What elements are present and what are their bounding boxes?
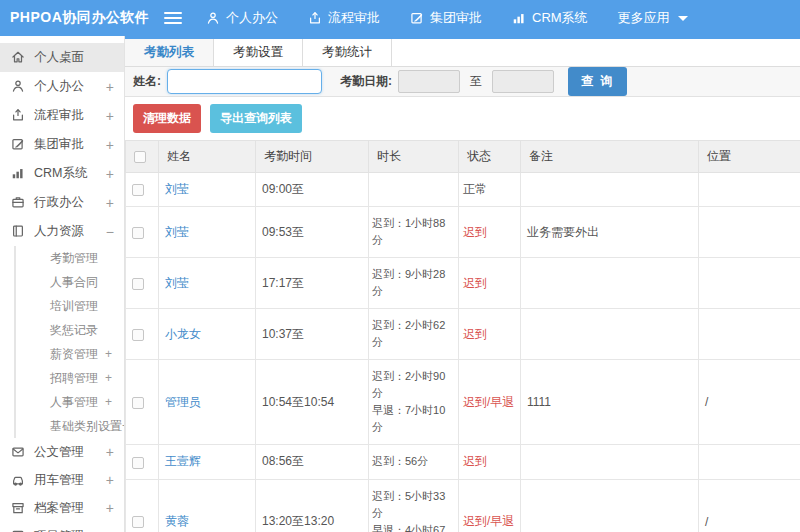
sidebar-subitem-personnel-contract[interactable]: 人事合同 — [14, 270, 124, 294]
topbar-nav: 个人办公流程审批集团审批CRM系统更多应用 — [206, 9, 718, 27]
hamburger-menu-icon[interactable] — [164, 9, 182, 27]
name-cell: 小龙女 — [159, 309, 256, 360]
sidebar-item-crm-system[interactable]: CRM系统+ — [0, 159, 124, 188]
tab-bar: 考勤列表考勤设置考勤统计 — [125, 36, 800, 67]
duration-line: 迟到：9小时28分 — [372, 266, 455, 300]
sidebar-subitem-attendance-management[interactable]: 考勤管理 — [14, 246, 124, 270]
sidebar-item-personal-office[interactable]: 个人办公+ — [0, 72, 124, 101]
employee-name-link[interactable]: 刘莹 — [165, 276, 189, 290]
nav-item-label: 个人办公 — [226, 9, 278, 27]
nav-item-personal-office[interactable]: 个人办公 — [206, 9, 278, 27]
row-checkbox[interactable] — [132, 397, 144, 409]
column-header: 考勤时间 — [256, 141, 369, 173]
sidebar-item-label: 项目管理 — [34, 528, 106, 532]
row-checkbox[interactable] — [132, 457, 144, 469]
tab-attendance-settings[interactable]: 考勤设置 — [214, 39, 303, 66]
nav-item-crm-system[interactable]: CRM系统 — [512, 9, 588, 27]
duration-cell: 迟到：5小时33分早退：4小时67分 — [369, 479, 459, 532]
column-header: 状态 — [459, 141, 521, 173]
expand-plus-icon: + — [106, 137, 114, 153]
caret-down-icon — [678, 16, 688, 21]
status-cell: 迟到 — [459, 445, 521, 479]
sidebar-item-workflow-approval[interactable]: 流程审批+ — [0, 101, 124, 130]
time-cell: 09:00至 — [256, 173, 369, 207]
attendance-table: 姓名考勤时间时长状态备注位置 刘莹09:00至正常刘莹09:53至迟到：1小时8… — [125, 140, 800, 532]
location-cell — [699, 207, 800, 258]
nav-item-group-approval[interactable]: 集团审批 — [410, 9, 482, 27]
sidebar-item-label: CRM系统 — [34, 165, 106, 182]
duration-line: 迟到：5小时33分 — [372, 488, 455, 522]
table-row: 黄蓉13:20至13:20迟到：5小时33分早退：4小时67分迟到/早退/ — [126, 479, 800, 532]
row-checkbox[interactable] — [132, 278, 144, 290]
tab-attendance-statistics[interactable]: 考勤统计 — [303, 39, 392, 66]
sidebar-subitem-label: 招聘管理 — [50, 370, 105, 387]
tab-attendance-list[interactable]: 考勤列表 — [125, 39, 214, 66]
sidebar-item-personal-desktop[interactable]: 个人桌面 — [0, 43, 124, 72]
employee-name-link[interactable]: 王壹辉 — [165, 454, 201, 468]
select-all-header — [126, 141, 159, 173]
employee-name-link[interactable]: 刘莹 — [165, 182, 189, 196]
home-icon — [11, 50, 26, 65]
duration-line: 早退：7小时10分 — [372, 402, 455, 436]
nav-item-more-apps[interactable]: 更多应用 — [618, 9, 688, 27]
row-checkbox[interactable] — [132, 329, 144, 341]
employee-name-link[interactable]: 管理员 — [165, 395, 201, 409]
search-button[interactable]: 查 询 — [568, 67, 627, 96]
chart-icon — [11, 166, 26, 181]
nav-item-label: 集团审批 — [430, 9, 482, 27]
sidebar-item-group-approval[interactable]: 集团审批+ — [0, 130, 124, 159]
status-cell: 迟到 — [459, 258, 521, 309]
name-cell: 刘莹 — [159, 258, 256, 309]
sidebar-item-document-management[interactable]: 公文管理+ — [0, 438, 124, 466]
table-row: 小龙女10:37至迟到：2小时62分迟到 — [126, 309, 800, 360]
employee-name-link[interactable]: 黄蓉 — [165, 514, 189, 528]
folder-icon — [11, 529, 26, 532]
checkbox-cell — [126, 309, 159, 360]
sidebar-item-project-management[interactable]: 项目管理+ — [0, 522, 124, 532]
sidebar-subitem-label: 基础类别设置 — [50, 418, 122, 435]
sidebar-item-admin-office[interactable]: 行政办公+ — [0, 188, 124, 217]
main-content: 考勤列表考勤设置考勤统计 姓名: 考勤日期: 至 查 询 清理数据 导出查询列表… — [125, 36, 800, 532]
date-to-input[interactable] — [492, 70, 554, 93]
date-from-input[interactable] — [398, 70, 460, 93]
column-header: 位置 — [699, 141, 800, 173]
sidebar-item-label: 行政办公 — [34, 194, 106, 211]
clean-data-button[interactable]: 清理数据 — [133, 104, 201, 133]
sidebar-item-label: 人力资源 — [34, 223, 106, 240]
table-row: 刘莹09:53至迟到：1小时88分迟到业务需要外出 — [126, 207, 800, 258]
sidebar-item-human-resources[interactable]: 人力资源− — [0, 217, 124, 246]
remark-cell — [521, 309, 699, 360]
sidebar-subitem-salary-management[interactable]: 薪资管理+ — [14, 342, 124, 366]
sidebar-subitem-personnel-management[interactable]: 人事管理+ — [14, 390, 124, 414]
duration-cell: 迟到：1小时88分 — [369, 207, 459, 258]
export-list-button[interactable]: 导出查询列表 — [210, 104, 302, 133]
action-bar: 清理数据 导出查询列表 — [125, 97, 800, 140]
checkbox-cell — [126, 173, 159, 207]
row-checkbox[interactable] — [132, 227, 144, 239]
remark-cell — [521, 258, 699, 309]
sidebar-subitem-recruitment-management[interactable]: 招聘管理+ — [14, 366, 124, 390]
duration-line: 迟到：2小时62分 — [372, 317, 455, 351]
duration-line: 迟到：1小时88分 — [372, 215, 455, 249]
app-logo: PHPOA协同办公软件 — [0, 9, 158, 27]
duration-cell — [369, 173, 459, 207]
filter-bar: 姓名: 考勤日期: 至 查 询 — [125, 67, 800, 97]
sidebar-subitem-label: 培训管理 — [50, 298, 112, 315]
select-all-checkbox[interactable] — [134, 151, 146, 163]
row-checkbox[interactable] — [132, 516, 144, 528]
name-input[interactable] — [167, 69, 322, 94]
employee-name-link[interactable]: 刘莹 — [165, 225, 189, 239]
employee-name-link[interactable]: 小龙女 — [165, 327, 201, 341]
row-checkbox[interactable] — [132, 184, 144, 196]
sidebar-item-vehicle-management[interactable]: 用车管理+ — [0, 466, 124, 494]
nav-item-workflow-approval[interactable]: 流程审批 — [308, 9, 380, 27]
chart-icon — [512, 11, 526, 25]
location-cell: / — [699, 479, 800, 532]
sidebar-subitem-training-management[interactable]: 培训管理 — [14, 294, 124, 318]
expand-plus-icon: + — [106, 166, 114, 182]
remark-cell — [521, 479, 699, 532]
sidebar-subitem-reward-punishment-records[interactable]: 奖惩记录 — [14, 318, 124, 342]
sidebar-item-archive-management[interactable]: 档案管理+ — [0, 494, 124, 522]
sidebar-subitem-label: 薪资管理 — [50, 346, 105, 363]
sidebar-subitem-basic-category-settings[interactable]: 基础类别设置+ — [14, 414, 124, 438]
